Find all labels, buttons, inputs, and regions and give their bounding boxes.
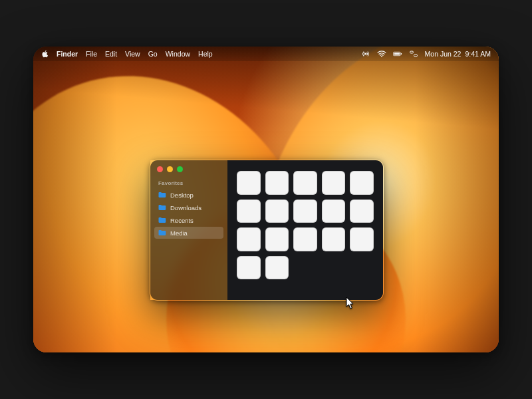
- file-thumbnail[interactable]: [265, 200, 289, 223]
- window-close-button[interactable]: [157, 166, 163, 172]
- sidebar-item-label: Downloads: [170, 204, 201, 211]
- file-thumbnail[interactable]: [350, 171, 374, 195]
- menu-bar: Finder File Edit View Go Window Help Mon…: [33, 47, 499, 61]
- file-thumbnail[interactable]: [322, 227, 346, 251]
- airdrop-icon[interactable]: [361, 50, 370, 58]
- file-thumbnail[interactable]: [237, 227, 261, 251]
- window-minimize-button[interactable]: [167, 166, 173, 172]
- menu-item-help[interactable]: Help: [198, 50, 213, 58]
- menu-item-edit[interactable]: Edit: [105, 50, 117, 58]
- desktop-screen: Finder File Edit View Go Window Help Mon…: [33, 47, 499, 352]
- finder-window[interactable]: Favorites Desktop Downloads Recents: [150, 160, 384, 301]
- svg-point-0: [364, 53, 366, 55]
- sidebar-item-desktop[interactable]: Desktop: [154, 189, 223, 201]
- folder-icon: [158, 217, 166, 223]
- file-thumbnail[interactable]: [265, 256, 289, 280]
- svg-point-1: [381, 56, 382, 57]
- svg-rect-4: [400, 53, 401, 55]
- file-thumbnail[interactable]: [350, 227, 374, 251]
- finder-content[interactable]: [227, 160, 383, 300]
- menu-app-name[interactable]: Finder: [57, 50, 78, 58]
- file-thumbnail[interactable]: [322, 171, 346, 195]
- sidebar-item-media[interactable]: Media: [154, 227, 223, 239]
- menubar-date[interactable]: Mon Jun 22: [425, 50, 462, 58]
- window-traffic-lights: [157, 166, 183, 172]
- folder-icon: [158, 192, 166, 198]
- wifi-icon[interactable]: [377, 50, 386, 58]
- menubar-time[interactable]: 9:41 AM: [465, 50, 491, 58]
- control-center-icon[interactable]: [409, 50, 418, 58]
- battery-icon[interactable]: [393, 50, 402, 58]
- sidebar-item-downloads[interactable]: Downloads: [154, 201, 223, 213]
- sidebar-item-label: Recents: [170, 217, 194, 224]
- file-thumbnail[interactable]: [237, 256, 261, 280]
- window-zoom-button[interactable]: [177, 166, 183, 172]
- file-thumbnail[interactable]: [293, 227, 317, 251]
- folder-icon: [158, 204, 166, 211]
- menu-item-view[interactable]: View: [125, 50, 140, 58]
- file-thumbnail[interactable]: [293, 200, 317, 223]
- file-thumbnail[interactable]: [322, 200, 346, 223]
- sidebar-item-recents[interactable]: Recents: [154, 214, 223, 226]
- svg-rect-6: [414, 55, 417, 57]
- file-thumbnail[interactable]: [237, 200, 261, 223]
- file-thumbnail[interactable]: [293, 171, 317, 195]
- menu-item-window[interactable]: Window: [166, 50, 190, 58]
- thumbnail-grid: [237, 171, 374, 251]
- folder-icon: [158, 229, 166, 236]
- sidebar-item-label: Desktop: [170, 192, 194, 199]
- svg-rect-3: [394, 53, 400, 55]
- menu-item-go[interactable]: Go: [148, 50, 158, 58]
- file-thumbnail[interactable]: [350, 200, 374, 223]
- apple-menu-icon[interactable]: [41, 50, 49, 58]
- file-thumbnail[interactable]: [265, 171, 289, 195]
- file-thumbnail[interactable]: [265, 227, 289, 251]
- svg-rect-5: [410, 51, 413, 53]
- menu-item-file[interactable]: File: [86, 50, 97, 58]
- sidebar-section-header: Favorites: [158, 180, 227, 186]
- mouse-cursor-icon: [346, 297, 355, 313]
- file-thumbnail[interactable]: [237, 171, 261, 195]
- thumbnail-grid-row: [237, 256, 374, 280]
- sidebar-item-label: Media: [170, 229, 188, 237]
- finder-sidebar: Favorites Desktop Downloads Recents: [150, 160, 227, 300]
